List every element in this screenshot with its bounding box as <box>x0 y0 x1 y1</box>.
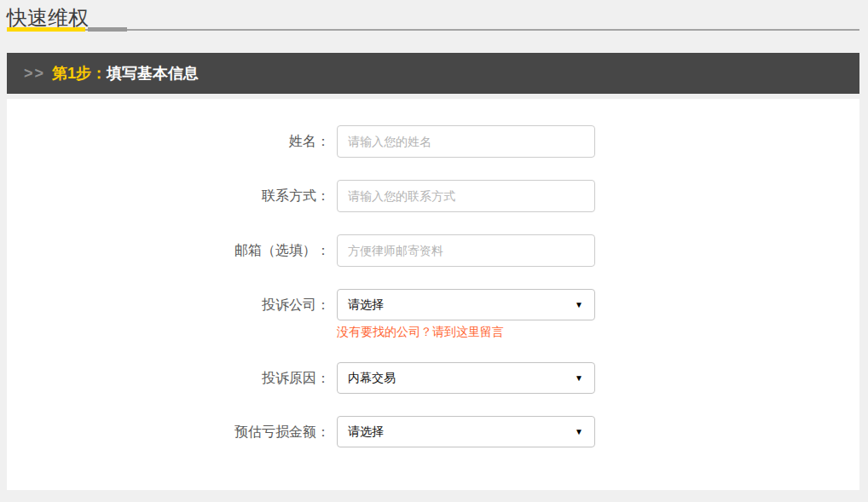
form-panel: 姓名： 联系方式： 邮箱（选填）： 投诉公司： 请选择 ▼ 没有要找的公司？请到… <box>7 99 859 490</box>
contact-label: 联系方式： <box>7 180 337 212</box>
name-input[interactable] <box>337 125 595 158</box>
company-select-value: 请选择 <box>348 297 384 313</box>
step-separator: ： <box>91 63 107 84</box>
row-email: 邮箱（选填）： <box>7 234 859 267</box>
row-name: 姓名： <box>7 125 859 158</box>
company-select[interactable]: 请选择 ▼ <box>337 289 595 320</box>
name-label: 姓名： <box>7 125 337 158</box>
page-header: 快速维权 <box>7 0 859 34</box>
dropdown-arrow-icon: ▼ <box>575 374 583 383</box>
row-contact: 联系方式： <box>7 180 859 212</box>
email-input[interactable] <box>337 234 595 267</box>
step-title: 填写基本信息 <box>107 63 199 84</box>
title-underline-accent <box>7 27 85 32</box>
loss-select[interactable]: 请选择 ▼ <box>337 416 595 447</box>
reason-select[interactable]: 内幕交易 ▼ <box>337 362 595 394</box>
row-loss: 预估亏损金额： 请选择 ▼ <box>7 416 859 447</box>
title-underline-secondary <box>88 27 127 32</box>
loss-label: 预估亏损金额： <box>7 416 337 447</box>
title-underline <box>7 27 859 34</box>
step-bar: >> 第1步 ： 填写基本信息 <box>7 53 859 94</box>
company-label: 投诉公司： <box>7 289 337 340</box>
dropdown-arrow-icon: ▼ <box>575 301 583 309</box>
row-company: 投诉公司： 请选择 ▼ 没有要找的公司？请到这里留言 <box>7 289 859 340</box>
company-hint-link[interactable]: 没有要找的公司？请到这里留言 <box>337 325 595 340</box>
reason-label: 投诉原因： <box>7 362 337 394</box>
reason-select-value: 内幕交易 <box>348 371 396 386</box>
chevrons-icon: >> <box>24 65 45 83</box>
loss-select-value: 请选择 <box>348 424 384 440</box>
dropdown-arrow-icon: ▼ <box>575 428 583 436</box>
row-reason: 投诉原因： 内幕交易 ▼ <box>7 362 859 394</box>
step-number: 第1步 <box>52 63 91 84</box>
title-rule <box>7 29 859 31</box>
contact-input[interactable] <box>337 180 595 212</box>
page-title: 快速维权 <box>7 0 859 27</box>
email-label: 邮箱（选填）： <box>7 234 337 267</box>
